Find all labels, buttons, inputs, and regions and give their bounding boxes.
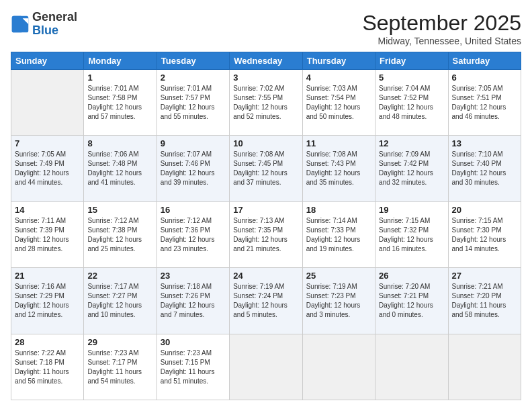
day-info: Sunrise: 7:18 AMSunset: 7:26 PMDaylight:… [161, 282, 226, 320]
day-info: Sunrise: 7:01 AMSunset: 7:57 PMDaylight:… [161, 84, 226, 122]
table-row: 10Sunrise: 7:08 AMSunset: 7:45 PMDayligh… [230, 136, 302, 201]
table-row: 28Sunrise: 7:22 AMSunset: 7:18 PMDayligh… [11, 334, 84, 400]
logo-icon [11, 15, 30, 34]
day-number: 10 [233, 138, 298, 148]
table-row: 16Sunrise: 7:12 AMSunset: 7:36 PMDayligh… [157, 201, 229, 267]
table-row: 13Sunrise: 7:10 AMSunset: 7:40 PMDayligh… [448, 136, 521, 201]
day-number: 25 [306, 271, 371, 281]
day-number: 20 [452, 205, 517, 215]
day-info: Sunrise: 7:09 AMSunset: 7:42 PMDaylight:… [379, 150, 444, 187]
table-row [302, 334, 375, 400]
day-number: 13 [452, 138, 517, 148]
header-monday: Monday [84, 52, 157, 70]
day-info: Sunrise: 7:22 AMSunset: 7:18 PMDaylight:… [15, 349, 80, 386]
day-number: 29 [87, 337, 152, 347]
day-number: 6 [452, 73, 517, 83]
day-info: Sunrise: 7:05 AMSunset: 7:51 PMDaylight:… [452, 84, 517, 122]
logo-blue-text: Blue [32, 24, 58, 37]
day-number: 22 [87, 271, 152, 281]
table-row: 23Sunrise: 7:18 AMSunset: 7:26 PMDayligh… [157, 268, 229, 334]
day-info: Sunrise: 7:02 AMSunset: 7:55 PMDaylight:… [233, 84, 298, 122]
day-number: 16 [161, 205, 226, 215]
header-saturday: Saturday [448, 52, 521, 70]
header: General Blue September 2025 Midway, Tenn… [11, 11, 521, 46]
day-number: 18 [306, 205, 371, 215]
day-info: Sunrise: 7:23 AMSunset: 7:17 PMDaylight:… [87, 349, 152, 386]
day-number: 4 [306, 73, 371, 83]
day-info: Sunrise: 7:19 AMSunset: 7:24 PMDaylight:… [233, 282, 298, 320]
table-row [448, 334, 521, 400]
day-number: 21 [15, 271, 80, 281]
calendar-week-row: 21Sunrise: 7:16 AMSunset: 7:29 PMDayligh… [11, 268, 521, 334]
table-row [230, 334, 302, 400]
day-number: 23 [161, 271, 226, 281]
title-block: September 2025 Midway, Tennessee, United… [362, 11, 521, 46]
day-number: 12 [379, 138, 444, 148]
svg-rect-2 [12, 16, 23, 33]
header-tuesday: Tuesday [157, 52, 229, 70]
calendar-header-row: Sunday Monday Tuesday Wednesday Thursday… [11, 52, 521, 70]
day-info: Sunrise: 7:21 AMSunset: 7:20 PMDaylight:… [452, 282, 517, 320]
table-row: 27Sunrise: 7:21 AMSunset: 7:20 PMDayligh… [448, 268, 521, 334]
table-row: 8Sunrise: 7:06 AMSunset: 7:48 PMDaylight… [84, 136, 157, 201]
table-row [375, 334, 448, 400]
table-row: 22Sunrise: 7:17 AMSunset: 7:27 PMDayligh… [84, 268, 157, 334]
table-row: 20Sunrise: 7:15 AMSunset: 7:30 PMDayligh… [448, 201, 521, 267]
day-info: Sunrise: 7:07 AMSunset: 7:46 PMDaylight:… [161, 150, 226, 187]
table-row: 5Sunrise: 7:04 AMSunset: 7:52 PMDaylight… [375, 70, 448, 136]
day-info: Sunrise: 7:16 AMSunset: 7:29 PMDaylight:… [15, 282, 80, 320]
day-number: 15 [87, 205, 152, 215]
day-info: Sunrise: 7:10 AMSunset: 7:40 PMDaylight:… [452, 150, 517, 187]
month-title: September 2025 [362, 11, 521, 36]
day-info: Sunrise: 7:15 AMSunset: 7:32 PMDaylight:… [379, 216, 444, 254]
day-number: 9 [161, 138, 226, 148]
page: General Blue September 2025 Midway, Tenn… [0, 0, 532, 411]
header-friday: Friday [375, 52, 448, 70]
day-number: 1 [87, 73, 152, 83]
table-row: 15Sunrise: 7:12 AMSunset: 7:38 PMDayligh… [84, 201, 157, 267]
table-row: 25Sunrise: 7:19 AMSunset: 7:23 PMDayligh… [302, 268, 375, 334]
day-number: 2 [161, 73, 226, 83]
header-thursday: Thursday [302, 52, 375, 70]
table-row: 7Sunrise: 7:05 AMSunset: 7:49 PMDaylight… [11, 136, 84, 201]
day-info: Sunrise: 7:08 AMSunset: 7:45 PMDaylight:… [233, 150, 298, 187]
day-number: 27 [452, 271, 517, 281]
day-info: Sunrise: 7:04 AMSunset: 7:52 PMDaylight:… [379, 84, 444, 122]
calendar-week-row: 14Sunrise: 7:11 AMSunset: 7:39 PMDayligh… [11, 201, 521, 267]
day-number: 3 [233, 73, 298, 83]
calendar-week-row: 7Sunrise: 7:05 AMSunset: 7:49 PMDaylight… [11, 136, 521, 201]
day-info: Sunrise: 7:03 AMSunset: 7:54 PMDaylight:… [306, 84, 371, 122]
day-number: 7 [15, 138, 80, 148]
table-row [11, 70, 84, 136]
day-info: Sunrise: 7:05 AMSunset: 7:49 PMDaylight:… [15, 150, 80, 187]
day-info: Sunrise: 7:06 AMSunset: 7:48 PMDaylight:… [87, 150, 152, 187]
day-number: 14 [15, 205, 80, 215]
location: Midway, Tennessee, United States [362, 36, 521, 46]
table-row: 17Sunrise: 7:13 AMSunset: 7:35 PMDayligh… [230, 201, 302, 267]
logo: General Blue [11, 11, 77, 38]
day-number: 19 [379, 205, 444, 215]
table-row: 9Sunrise: 7:07 AMSunset: 7:46 PMDaylight… [157, 136, 229, 201]
table-row: 11Sunrise: 7:08 AMSunset: 7:43 PMDayligh… [302, 136, 375, 201]
table-row: 4Sunrise: 7:03 AMSunset: 7:54 PMDaylight… [302, 70, 375, 136]
day-info: Sunrise: 7:08 AMSunset: 7:43 PMDaylight:… [306, 150, 371, 187]
calendar-week-row: 28Sunrise: 7:22 AMSunset: 7:18 PMDayligh… [11, 334, 521, 400]
table-row: 18Sunrise: 7:14 AMSunset: 7:33 PMDayligh… [302, 201, 375, 267]
day-info: Sunrise: 7:12 AMSunset: 7:38 PMDaylight:… [87, 216, 152, 254]
table-row: 29Sunrise: 7:23 AMSunset: 7:17 PMDayligh… [84, 334, 157, 400]
day-info: Sunrise: 7:01 AMSunset: 7:58 PMDaylight:… [87, 84, 152, 122]
logo-general-text: General [32, 10, 77, 24]
table-row: 21Sunrise: 7:16 AMSunset: 7:29 PMDayligh… [11, 268, 84, 334]
day-info: Sunrise: 7:15 AMSunset: 7:30 PMDaylight:… [452, 216, 517, 254]
day-number: 17 [233, 205, 298, 215]
table-row: 14Sunrise: 7:11 AMSunset: 7:39 PMDayligh… [11, 201, 84, 267]
calendar-week-row: 1Sunrise: 7:01 AMSunset: 7:58 PMDaylight… [11, 70, 521, 136]
table-row: 24Sunrise: 7:19 AMSunset: 7:24 PMDayligh… [230, 268, 302, 334]
day-info: Sunrise: 7:20 AMSunset: 7:21 PMDaylight:… [379, 282, 444, 320]
table-row: 6Sunrise: 7:05 AMSunset: 7:51 PMDaylight… [448, 70, 521, 136]
table-row: 3Sunrise: 7:02 AMSunset: 7:55 PMDaylight… [230, 70, 302, 136]
table-row: 12Sunrise: 7:09 AMSunset: 7:42 PMDayligh… [375, 136, 448, 201]
table-row: 26Sunrise: 7:20 AMSunset: 7:21 PMDayligh… [375, 268, 448, 334]
table-row: 2Sunrise: 7:01 AMSunset: 7:57 PMDaylight… [157, 70, 229, 136]
day-number: 28 [15, 337, 80, 347]
